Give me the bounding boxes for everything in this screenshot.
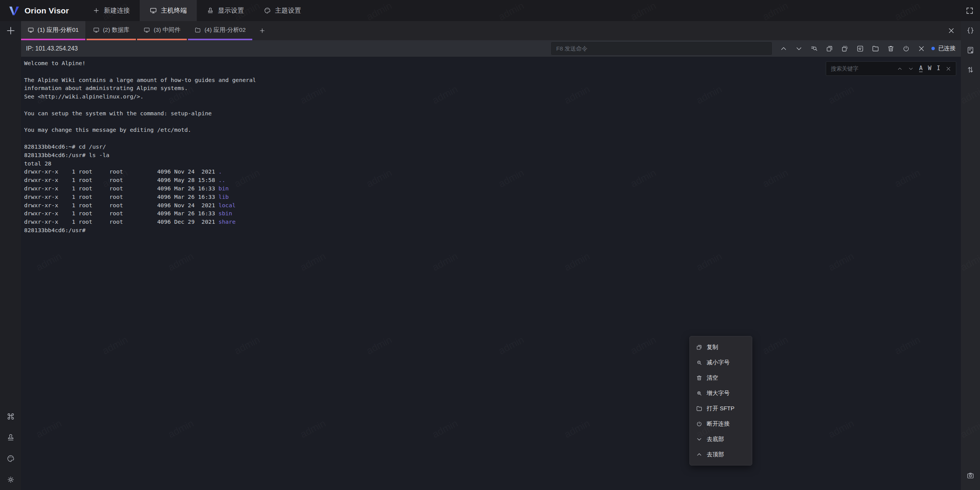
search-close-button[interactable] <box>946 66 951 72</box>
terminal-line: You may change this message by editing /… <box>24 126 961 134</box>
monitor-icon <box>150 7 157 14</box>
logo-icon <box>8 5 20 16</box>
screenshot-button[interactable] <box>966 471 975 480</box>
variables-button[interactable] <box>966 26 975 35</box>
display-settings-button[interactable] <box>7 433 15 442</box>
terminal-line <box>24 134 961 143</box>
terminal-line: drwxr-xr-x 1 root root 4096 Nov 24 2021 … <box>24 201 961 210</box>
tab-label: (1) 应用-分析01 <box>38 26 79 34</box>
terminal-text-segment: total 28 <box>24 160 51 167</box>
topbar-menu-item-2[interactable]: 显示设置 <box>197 0 254 21</box>
disconnect-button[interactable] <box>902 45 910 52</box>
toolbar-icon-group <box>780 45 925 52</box>
terminal-tab-4[interactable]: (4) 应用-分析02 <box>188 21 252 40</box>
chevron-down-icon <box>696 436 702 442</box>
theme-settings-button[interactable] <box>7 454 15 463</box>
copy-icon <box>696 344 702 351</box>
left-sidebar-bottom <box>7 412 15 490</box>
trash-icon <box>696 375 702 381</box>
status-dot <box>931 47 935 50</box>
context-menu-item-label: 增大字号 <box>707 390 730 397</box>
send-command-input[interactable] <box>551 42 772 55</box>
terminal-viewport[interactable]: Welcome to Alpine! The Alpine Wiki conta… <box>21 57 961 490</box>
terminal-output: Welcome to Alpine! The Alpine Wiki conta… <box>21 57 961 234</box>
fullscreen-button[interactable] <box>965 7 974 15</box>
close-terminal-button[interactable] <box>918 45 925 52</box>
search-prev-button[interactable] <box>897 66 903 72</box>
terminal-text-segment: drwxr-xr-x 1 root root 4096 Nov 24 2021 <box>24 202 219 208</box>
terminal-context-menu: 复制减小字号清空增大字号打开 SFTP断开连接去底部去顶部 <box>689 336 752 465</box>
scroll-bottom-button[interactable] <box>795 45 803 52</box>
terminal-line: information about administrating Alpine … <box>24 84 961 92</box>
docs-button[interactable] <box>966 46 975 54</box>
clear-button[interactable] <box>887 45 895 52</box>
orion-visor-app: Orion Visor 新建连接主机终端显示设置主题设置 (1) 应用-分析01… <box>0 0 980 490</box>
chevron-up-icon <box>696 451 702 458</box>
monitor-icon <box>144 27 150 33</box>
zoom-out-icon <box>696 359 702 366</box>
search-buttons: AWI <box>897 65 956 72</box>
topbar-menu-item-0[interactable]: 新建连接 <box>83 0 140 21</box>
terminal-tab-1[interactable]: (1) 应用-分析01 <box>21 21 85 40</box>
context-menu-item-label: 减小字号 <box>707 359 730 366</box>
terminal-line: drwxr-xr-x 1 root root 4096 Dec 29 2021 … <box>24 218 961 226</box>
left-sidebar-top <box>5 21 16 36</box>
close-all-tabs-button[interactable] <box>947 27 955 34</box>
context-menu-item-5[interactable]: 断开连接 <box>690 416 752 431</box>
new-tab-button[interactable] <box>253 21 271 40</box>
regex-button[interactable]: I <box>937 65 940 72</box>
menu-item-label: 显示设置 <box>218 6 244 15</box>
terminal-directory-name: bin <box>219 185 229 192</box>
context-menu-item-6[interactable]: 去底部 <box>690 431 752 447</box>
new-connection-button[interactable] <box>5 25 16 36</box>
terminal-text-segment: drwxr-xr-x 1 root root 4096 Mar 26 16:33 <box>24 210 219 216</box>
topbar-menu-item-3[interactable]: 主题设置 <box>254 0 311 21</box>
monitor-icon <box>93 27 100 33</box>
terminal-text-segment: You can setup the system with the comman… <box>24 110 212 116</box>
right-sidebar-top <box>966 21 975 74</box>
left-sidebar <box>0 21 21 490</box>
terminal-directory-name: share <box>219 218 236 225</box>
context-menu-item-1[interactable]: 减小字号 <box>690 355 752 370</box>
context-menu-item-4[interactable]: 打开 SFTP <box>690 401 752 416</box>
topbar-menu-item-1[interactable]: 主机终端 <box>140 0 197 21</box>
power-icon <box>696 421 702 427</box>
terminal-line: 828133bb4cd6:~# cd /usr/ <box>24 143 961 151</box>
topbar-menu: 新建连接主机终端显示设置主题设置 <box>83 0 311 21</box>
menu-item-label: 主题设置 <box>275 6 301 15</box>
terminal-text-segment: Welcome to Alpine! <box>24 60 85 66</box>
command-snippet-button[interactable] <box>856 45 864 52</box>
paste-button[interactable] <box>841 45 849 52</box>
shortcuts-button[interactable] <box>7 412 15 421</box>
context-menu-item-0[interactable]: 复制 <box>690 339 752 355</box>
terminal-directory-name: sbin <box>219 210 232 216</box>
context-menu-item-label: 断开连接 <box>707 420 730 428</box>
copy-button[interactable] <box>826 45 833 52</box>
terminal-line: See <http://wiki.alpinelinux.org/>. <box>24 92 961 101</box>
terminal-line: total 28 <box>24 159 961 168</box>
terminal-line: drwxr-xr-x 1 root root 4096 Mar 26 16:33… <box>24 184 961 193</box>
folder-icon <box>696 405 702 412</box>
scroll-top-button[interactable] <box>780 45 787 52</box>
menu-item-label: 新建连接 <box>104 6 130 15</box>
terminal-line: You can setup the system with the comman… <box>24 109 961 118</box>
context-menu-item-3[interactable]: 增大字号 <box>690 385 752 401</box>
search-input[interactable] <box>826 66 897 72</box>
search-button[interactable] <box>810 45 818 52</box>
terminal-tab-3[interactable]: (3) 中间件 <box>137 21 187 40</box>
terminal-tab-2[interactable]: (2) 数据库 <box>87 21 136 40</box>
whole-word-button[interactable]: W <box>928 65 931 72</box>
scroll-lock-button[interactable] <box>966 66 975 74</box>
tab-label: (3) 中间件 <box>154 26 180 34</box>
open-sftp-button[interactable] <box>872 45 879 52</box>
terminal-line: drwxr-xr-x 1 root root 4096 Mar 26 16:33… <box>24 209 961 218</box>
match-case-button[interactable]: A <box>919 65 923 72</box>
toolbar-right: 已连接 <box>780 40 957 57</box>
terminal-line: 828133bb4cd6:/usr# <box>24 226 961 234</box>
context-menu-item-7[interactable]: 去顶部 <box>690 447 752 462</box>
search-next-button[interactable] <box>908 66 914 72</box>
terminal-text-segment: 828133bb4cd6:~# cd /usr/ <box>24 143 106 150</box>
terminal-line <box>24 101 961 109</box>
settings-button[interactable] <box>7 475 15 484</box>
context-menu-item-2[interactable]: 清空 <box>690 370 752 385</box>
